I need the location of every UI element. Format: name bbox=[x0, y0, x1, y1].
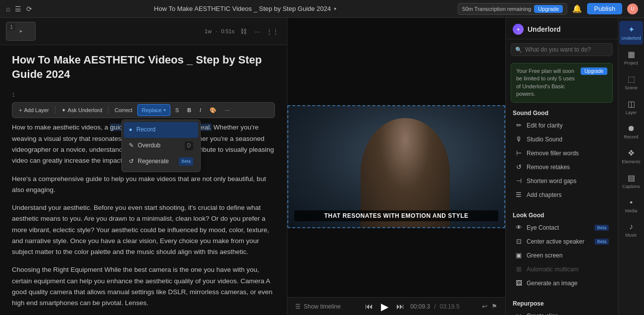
menu-icon[interactable]: ☰ bbox=[15, 5, 21, 13]
skip-forward-button[interactable]: ⏭ bbox=[394, 300, 406, 313]
icon-bar-item-underlord[interactable]: ✦ Underlord bbox=[619, 21, 643, 45]
timeline-toggle[interactable]: ☰ Show timeline bbox=[295, 303, 341, 310]
icon-bar-item-project[interactable]: ▦ Project bbox=[619, 46, 643, 69]
regenerate-beta-badge: Beta bbox=[179, 157, 193, 166]
sidebar-item-center-speaker[interactable]: ⊡ Center active speaker Beta bbox=[511, 235, 613, 249]
transcript-body: 1 + Add Layer ✦ Ask Underlord bbox=[12, 90, 275, 309]
play-button[interactable]: ▶ bbox=[379, 299, 390, 315]
flag-button[interactable]: ⚑ bbox=[491, 303, 497, 310]
replace-dropdown: ● Record ✎ Overdub D bbox=[121, 120, 201, 172]
add-chapters-icon: ☰ bbox=[515, 191, 523, 199]
green-screen-label: Green screen bbox=[527, 252, 609, 259]
look-good-title: Look Good bbox=[511, 212, 613, 219]
thumbnail-text: ▶ bbox=[20, 29, 22, 33]
sidebar-item-green-screen[interactable]: ▣ Green screen bbox=[511, 249, 613, 262]
add-layer-button[interactable]: + Add Layer bbox=[15, 106, 53, 115]
sidebar-item-auto-multicam: ⊞ Automatic multicam bbox=[511, 262, 613, 276]
add-chapters-label: Add chapters bbox=[527, 191, 609, 198]
sidebar-item-create-clips[interactable]: ✂ Create clips bbox=[511, 309, 613, 315]
shorten-gaps-icon: ⊣ bbox=[515, 177, 523, 185]
transcript-paragraph-2: Here's a comprehensive guide to help you… bbox=[12, 174, 275, 196]
transcript-panel: 1 ▶ 1w · 0:51s ⛓ ··· ⋮⋮ How To Make AEST… bbox=[0, 18, 287, 315]
replace-option-overdub[interactable]: ✎ Overdub D bbox=[124, 138, 198, 154]
icon-bar-item-record[interactable]: ⏺ Record bbox=[619, 120, 643, 143]
avatar[interactable]: U bbox=[627, 3, 638, 14]
underlord-icon-small: ✦ bbox=[61, 107, 66, 114]
player-right-controls: ↩ ⚑ bbox=[482, 303, 497, 310]
sidebar-item-edit-clarity[interactable]: ✏ Edit for clarity bbox=[511, 119, 613, 132]
toolbar-separator-2 bbox=[108, 106, 108, 114]
underlord-search-input[interactable] bbox=[525, 46, 608, 53]
sidebar-item-add-chapters[interactable]: ☰ Add chapters bbox=[511, 188, 613, 202]
title-chevron-icon[interactable]: ▾ bbox=[334, 6, 336, 11]
eye-contact-label: Eye Contact bbox=[527, 224, 590, 231]
underlord-sidebar: ✦ Underlord 🔍 Your Free plan will soon b… bbox=[505, 18, 618, 315]
record-bar-icon: ⏺ bbox=[627, 124, 635, 133]
transcript-overflow-icon[interactable]: ⋮⋮ bbox=[264, 27, 281, 36]
transcript-actions-icon[interactable]: ··· bbox=[253, 27, 262, 36]
green-screen-icon: ▣ bbox=[515, 252, 523, 259]
replace-button[interactable]: Replace ▾ bbox=[137, 104, 170, 116]
overdub-shortcut: D bbox=[185, 141, 193, 151]
ask-underlord-button[interactable]: ✦ Ask Underlord bbox=[58, 106, 106, 115]
underlord-header: ✦ Underlord bbox=[506, 18, 618, 39]
home-icon[interactable]: ⌂ bbox=[6, 5, 10, 13]
player-controls: ⏮ ▶ ⏭ 00:09.3 / 03:19.5 bbox=[363, 299, 459, 315]
transcript-paragraph-4: Choosing the Right Equipment While the b… bbox=[12, 264, 275, 309]
toolbar-meta: 1w · 0:51s ⛓ ··· bbox=[205, 27, 262, 36]
replace-option-record[interactable]: ● Record bbox=[124, 122, 198, 138]
sidebar-item-remove-filler[interactable]: ⊢ Remove filler words bbox=[511, 146, 613, 160]
icon-bar-item-media[interactable]: ▪ Media bbox=[619, 194, 643, 217]
add-layer-icon: + bbox=[19, 107, 22, 113]
bookmark-button[interactable]: ↩ bbox=[482, 303, 487, 310]
bold-button[interactable]: B bbox=[184, 106, 195, 115]
icon-bar: ✦ Underlord ▦ Project ⬚ Scene ◫ Layer ⏺ … bbox=[618, 18, 644, 315]
underlord-search-bar[interactable]: 🔍 bbox=[511, 43, 613, 56]
upgrade-banner-text: Your Free plan will soon be limited to o… bbox=[516, 67, 578, 98]
transcription-text: 50m Transcription remaining bbox=[462, 6, 531, 12]
edit-clarity-label: Edit for clarity bbox=[527, 122, 609, 129]
sound-good-section: Sound Good ✏ Edit for clarity 🎙 Studio S… bbox=[506, 106, 618, 204]
icon-bar-item-scene[interactable]: ⬚ Scene bbox=[619, 70, 643, 94]
icon-bar-item-captions[interactable]: ▤ Captions bbox=[619, 169, 643, 193]
record-bar-label: Record bbox=[624, 134, 638, 139]
underlord-title: Underlord bbox=[528, 25, 561, 33]
meta-duration: 0:51s bbox=[221, 28, 234, 34]
upgrade-banner-button[interactable]: Upgrade bbox=[581, 67, 607, 75]
sidebar-item-studio-sound[interactable]: 🎙 Studio Sound bbox=[511, 132, 613, 146]
repurpose-title: Repurpose bbox=[511, 300, 613, 307]
replace-option-regenerate[interactable]: ↺ Regenerate Beta bbox=[124, 154, 198, 170]
notification-icon[interactable]: 🔔 bbox=[572, 4, 582, 13]
icon-bar-item-elements[interactable]: ❖ Elements bbox=[619, 144, 643, 168]
underlord-bar-label: Underlord bbox=[621, 36, 641, 41]
sidebar-item-generate-image[interactable]: 🖼 Generate an image bbox=[511, 276, 613, 290]
search-icon: 🔍 bbox=[515, 47, 522, 53]
transcript-title: How To Make AESTHETIC Videos _ Step by S… bbox=[12, 53, 275, 81]
topbar: ⌂ ☰ ⟳ How To Make AESTHETIC Videos _ Ste… bbox=[0, 0, 644, 18]
sidebar-item-shorten-gaps[interactable]: ⊣ Shorten word gaps bbox=[511, 174, 613, 188]
bottom-bar: ☰ Show timeline ⏮ ▶ ⏭ 00:09.3 / 03:19.5 … bbox=[287, 297, 505, 315]
more-button[interactable]: ··· bbox=[221, 106, 233, 115]
correct-button[interactable]: Correct bbox=[111, 106, 136, 115]
upgrade-button-top[interactable]: Upgrade bbox=[534, 5, 563, 13]
thumbnail-strip[interactable]: 1 ▶ bbox=[6, 22, 36, 41]
scene-bar-icon: ⬚ bbox=[628, 74, 635, 84]
italic-button[interactable]: I bbox=[196, 106, 205, 115]
color-button[interactable]: 🎨 bbox=[206, 106, 220, 115]
icon-bar-item-layer[interactable]: ◫ Layer bbox=[619, 95, 643, 119]
sidebar-item-remove-retakes[interactable]: ↺ Remove retakes bbox=[511, 160, 613, 174]
scene-bar-label: Scene bbox=[625, 85, 638, 90]
center-speaker-beta: Beta bbox=[594, 239, 609, 245]
create-clips-icon: ✂ bbox=[515, 312, 523, 315]
sidebar-item-eye-contact[interactable]: 👁 Eye Contact Beta bbox=[511, 221, 613, 235]
skip-back-button[interactable]: ⏮ bbox=[363, 300, 375, 313]
font-size-button[interactable]: S bbox=[172, 106, 182, 115]
auto-multicam-label: Automatic multicam bbox=[527, 266, 609, 273]
music-bar-icon: ♪ bbox=[629, 222, 633, 231]
publish-button[interactable]: Publish bbox=[587, 3, 622, 14]
icon-bar-item-music[interactable]: ♪ Music bbox=[619, 218, 643, 242]
center-speaker-icon: ⊡ bbox=[515, 238, 523, 246]
create-clips-label: Create clips bbox=[527, 313, 609, 315]
transcript-link-icon[interactable]: ⛓ bbox=[238, 27, 249, 36]
toolbar-separator bbox=[55, 106, 55, 114]
